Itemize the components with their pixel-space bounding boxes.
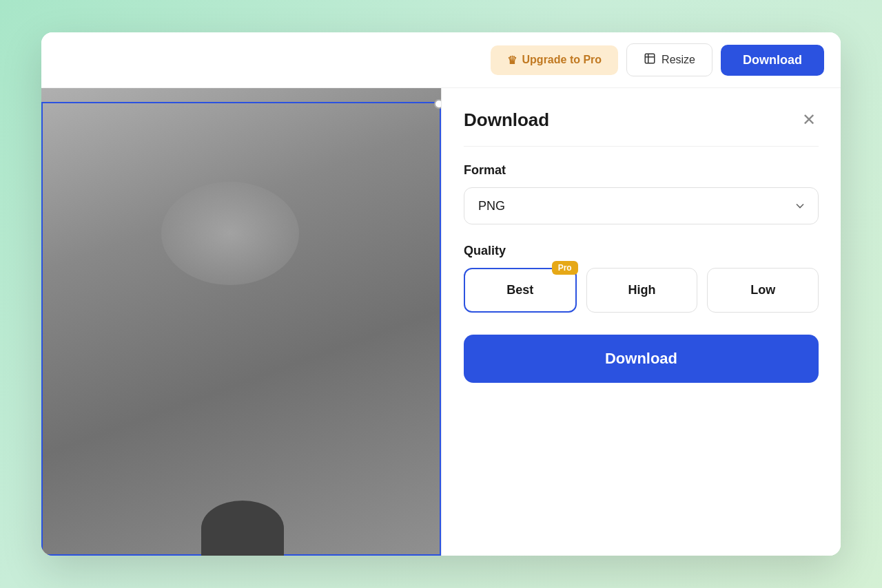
format-select-wrapper: PNG JPG WEBP SVG	[464, 187, 819, 224]
selection-handle	[434, 99, 441, 109]
quality-low-label: Low	[750, 283, 775, 297]
download-header-label: Download	[743, 53, 802, 67]
download-header-button[interactable]: Download	[721, 45, 824, 76]
svg-rect-0	[645, 54, 655, 63]
upgrade-label: Upgrade to Pro	[522, 54, 602, 66]
format-select[interactable]: PNG JPG WEBP SVG	[464, 187, 819, 224]
close-icon: ✕	[802, 110, 816, 129]
download-action-button[interactable]: Download	[464, 335, 819, 383]
app-window: ♛ Upgrade to Pro Resize Download	[41, 32, 841, 556]
quality-section: Quality Pro Best High Low	[464, 244, 819, 313]
pro-badge: Pro	[552, 261, 578, 275]
main-area: Download ✕ Format PNG JPG WEBP SVG	[41, 88, 841, 556]
selection-overlay	[41, 102, 441, 556]
canvas-area	[41, 88, 441, 556]
quality-high-label: High	[628, 283, 656, 297]
quality-best-label: Best	[506, 283, 533, 297]
download-panel: Download ✕ Format PNG JPG WEBP SVG	[442, 88, 841, 402]
format-section: Format PNG JPG WEBP SVG	[464, 163, 819, 224]
quality-best-button[interactable]: Pro Best	[464, 268, 577, 313]
resize-icon	[644, 52, 656, 67]
panel-header: Download ✕	[464, 107, 819, 147]
panel-area: Download ✕ Format PNG JPG WEBP SVG	[441, 88, 841, 556]
close-button[interactable]: ✕	[799, 107, 819, 132]
resize-button[interactable]: Resize	[626, 43, 712, 76]
download-action-label: Download	[605, 350, 677, 367]
quality-label: Quality	[464, 244, 819, 258]
resize-label: Resize	[662, 54, 695, 66]
crown-icon: ♛	[507, 54, 517, 67]
quality-options: Pro Best High Low	[464, 268, 819, 313]
format-label: Format	[464, 163, 819, 178]
quality-high-button[interactable]: High	[586, 268, 698, 313]
toolbar: ♛ Upgrade to Pro Resize Download	[41, 32, 841, 88]
upgrade-button[interactable]: ♛ Upgrade to Pro	[491, 45, 619, 75]
canvas-image	[41, 88, 441, 556]
quality-low-button[interactable]: Low	[707, 268, 819, 313]
panel-title: Download	[464, 109, 549, 131]
